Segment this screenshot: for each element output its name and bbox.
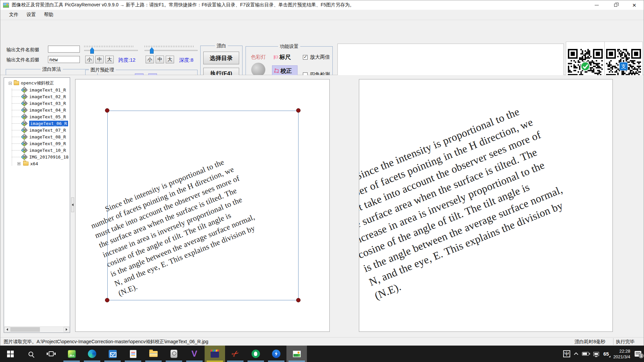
corner-handle-top-left[interactable]: [105, 108, 109, 113]
image-file-icon: [21, 107, 28, 113]
minimize-button[interactable]: [587, 0, 606, 10]
tree-root-folder[interactable]: opencv倾斜校正: [5, 80, 69, 86]
suffix-label: 输出文件名后缀: [6, 57, 39, 63]
taskbar-video-editor-button[interactable]: [205, 346, 225, 362]
ime-icon[interactable]: 屮: [563, 350, 570, 357]
span-medium-button[interactable]: 中: [95, 56, 104, 63]
restore-button[interactable]: [606, 0, 625, 10]
scroll-left-button[interactable]: [4, 327, 10, 332]
tree-item-label: imageText_10_R: [29, 148, 66, 153]
clock-date: 2021/3/4: [613, 354, 630, 360]
result-image-canvas[interactable]: Since the intensity is proportional to t…: [359, 79, 613, 332]
folder-icon: [14, 81, 19, 85]
collapse-panel-icon: [72, 203, 73, 206]
taskbar-file-explorer-button[interactable]: [143, 346, 164, 362]
ruler-button[interactable]: 标尺: [279, 53, 291, 61]
picgray-remover-icon: [293, 351, 301, 357]
minimize-icon: [595, 5, 599, 5]
scroll-right-button[interactable]: [64, 327, 69, 332]
depth-large-button[interactable]: 大: [166, 56, 174, 63]
expand-icon[interactable]: [17, 162, 20, 165]
color-lamp-indicator[interactable]: [251, 63, 265, 77]
prefix-input[interactable]: [48, 46, 80, 53]
taskbar-photo-manager-button[interactable]: [61, 346, 82, 362]
source-image-canvas[interactable]: Since the intensity is proportional to t…: [75, 79, 330, 332]
network-icon[interactable]: [593, 352, 599, 356]
clock[interactable]: 22:28 2021/3/4: [613, 348, 630, 360]
running-indicator: [248, 361, 264, 362]
tree-item-IMG_20170916_18[interactable]: IMG_20170916_18: [5, 154, 69, 160]
correct-icon: [274, 68, 279, 73]
collapse-icon[interactable]: [9, 82, 12, 85]
notes-icon: [130, 350, 137, 358]
image-file-icon: [21, 147, 28, 153]
tree-item-imageText_04_R[interactable]: imageText_04_R: [5, 107, 69, 113]
algorithm-group-title: 漂白算法: [41, 66, 63, 72]
taskbar: 屮 65 22:28 2021/3/4 1: [0, 346, 644, 362]
svg-text:支: 支: [621, 64, 626, 69]
taskbar-mail-button[interactable]: [102, 346, 123, 362]
running-indicator: [145, 361, 162, 362]
panel-splitter[interactable]: [71, 197, 74, 212]
tree-item-label: imageText_06_R: [29, 121, 68, 126]
span-slider-thumb[interactable]: [90, 47, 94, 54]
corner-handle-bottom-right[interactable]: [296, 298, 301, 302]
task-view-icon: [49, 351, 54, 356]
tree-item-imageText_10_R[interactable]: imageText_10_R: [5, 147, 69, 154]
notification-icon[interactable]: 1: [635, 351, 641, 357]
taskbar-visual-studio-button[interactable]: [184, 346, 205, 362]
span-small-button[interactable]: 小: [85, 56, 94, 63]
taskbar-notes-button[interactable]: [123, 346, 143, 362]
checkbox-icon: [303, 55, 308, 60]
tree-item-imageText_01_R[interactable]: imageText_01_R: [5, 86, 69, 93]
close-button[interactable]: ✕: [625, 0, 644, 10]
tree-item-imageText_06_R[interactable]: imageText_06_R: [5, 120, 69, 127]
taskbar-screenshot-tool-button[interactable]: [225, 346, 246, 362]
result-document-text: Since the intensity is proportional to t…: [359, 100, 576, 303]
taskbar-task-view-button[interactable]: [41, 346, 61, 362]
taskbar-recorder-button[interactable]: [164, 346, 184, 362]
running-indicator: [207, 361, 223, 362]
evernote-icon: [252, 350, 260, 358]
depth-small-button[interactable]: 小: [146, 56, 154, 63]
image-file-icon: [21, 127, 28, 133]
toolbar: 输出文件名前缀 输出文件名后缀 漂白算法 实时算法1快速算法实时算法2禁用 小 …: [0, 20, 644, 75]
depth-slider-thumb[interactable]: [150, 47, 154, 54]
hidden-icons-chevron-icon[interactable]: [574, 352, 578, 357]
image-file-icon: [21, 134, 28, 139]
battery-icon[interactable]: [582, 352, 589, 356]
taskbar-edge-button[interactable]: [82, 346, 102, 362]
depth-medium-button[interactable]: 中: [156, 56, 164, 63]
menu-help[interactable]: 帮助: [40, 10, 57, 19]
suffix-input[interactable]: [48, 56, 80, 63]
corner-handle-bottom-left[interactable]: [105, 298, 109, 302]
messenger-icon: [272, 350, 280, 358]
tree-item-imageText_08_R[interactable]: imageText_08_R: [5, 133, 69, 140]
file-tree-panel: opencv倾斜校正imageText_01_RimageText_02_Rim…: [4, 77, 70, 333]
tree-item-imageText_07_R[interactable]: imageText_07_R: [5, 127, 69, 133]
video-editor-icon: [211, 351, 219, 358]
scroll-left-icon: [6, 328, 8, 331]
tree-folder-x64[interactable]: x64: [5, 160, 69, 167]
tree-horizontal-scrollbar[interactable]: [4, 326, 69, 332]
feature-checkbox-1[interactable]: 放大两倍: [303, 54, 330, 60]
select-directory-button[interactable]: 选择目录: [203, 52, 239, 64]
cpu-meter[interactable]: 65: [603, 351, 609, 357]
tree-item-imageText_09_R[interactable]: imageText_09_R: [5, 140, 69, 147]
tree-item-imageText_05_R[interactable]: imageText_05_R: [5, 113, 69, 120]
taskbar-picgray-remover-button[interactable]: [286, 346, 307, 362]
corner-handle-top-right[interactable]: [296, 108, 301, 113]
tree-item-imageText_02_R[interactable]: imageText_02_R: [5, 93, 69, 100]
menu-file[interactable]: 文件: [5, 10, 22, 19]
running-indicator: [63, 361, 80, 362]
taskbar-search-button[interactable]: [20, 346, 41, 362]
span-large-button[interactable]: 大: [105, 56, 114, 63]
taskbar-messenger-button[interactable]: [266, 346, 286, 362]
features-group-title: 功能设置: [278, 44, 300, 50]
taskbar-evernote-button[interactable]: [246, 346, 266, 362]
taskbar-start-button[interactable]: [0, 346, 20, 362]
tree-item-imageText_03_R[interactable]: imageText_03_R: [5, 100, 69, 107]
scrollbar-thumb[interactable]: [10, 327, 40, 332]
image-file-icon: [21, 87, 28, 93]
menu-settings[interactable]: 设置: [22, 10, 40, 19]
